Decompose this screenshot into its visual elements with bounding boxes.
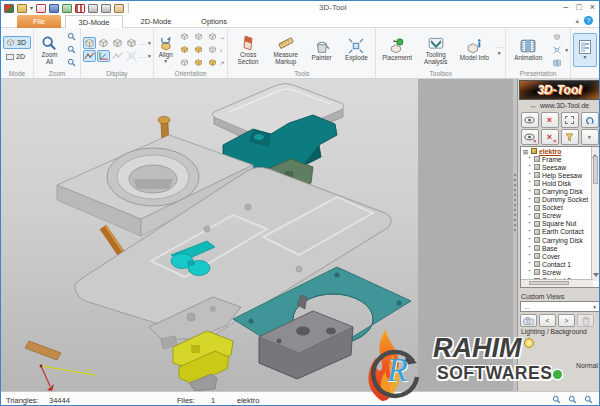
print-preview-icon[interactable]	[101, 4, 111, 13]
tree-item[interactable]: +Cover	[521, 252, 599, 260]
model-part-contact-bar[interactable]	[25, 341, 61, 360]
custom-views-dropdown[interactable]: ... ▾	[520, 301, 600, 312]
tab-2d-mode[interactable]: 2D-Mode	[127, 15, 185, 28]
tab-file[interactable]: File	[17, 15, 61, 28]
hide-part-button[interactable]: ×	[521, 129, 539, 145]
display-wireframe-button[interactable]	[125, 37, 138, 49]
mode-2d-button[interactable]: 2D	[3, 50, 31, 63]
delete-part-button[interactable]: ×	[541, 112, 559, 128]
lighting-sun-icon[interactable]	[524, 338, 534, 348]
presentation-explode-anim-button[interactable]	[550, 44, 563, 56]
tree-item[interactable]: +Frame	[521, 155, 599, 163]
tree-horizontal-scrollbar[interactable]	[521, 279, 593, 287]
presentation-dropdown-icon[interactable]: ▾	[565, 47, 568, 53]
view-top-button[interactable]	[206, 44, 219, 56]
reset-selection-button[interactable]	[581, 112, 599, 128]
select-box-button[interactable]	[561, 112, 579, 128]
print-icon[interactable]	[88, 4, 98, 13]
tree-item[interactable]: +Seesaw	[521, 163, 599, 171]
model-tree[interactable]: ⊟ elektro +Frame +Seesaw +Help Seesaw +H…	[520, 146, 600, 288]
tree-item[interactable]: +Base	[521, 244, 599, 252]
tree-item[interactable]: +Dummy Socket	[521, 196, 599, 204]
zoom-in-button[interactable]	[65, 44, 78, 56]
screenshot-icon[interactable]	[62, 4, 72, 13]
tree-item[interactable]: +Earth Contact	[521, 228, 599, 236]
tree-item[interactable]: +Hold Disk	[521, 179, 599, 187]
display-curves-button[interactable]	[83, 50, 96, 62]
align-button[interactable]: Align ▾	[156, 33, 176, 66]
panel-layout-button[interactable]: ▾	[573, 33, 597, 67]
display-hidden-line-button[interactable]	[111, 37, 124, 49]
help-button[interactable]: ?	[584, 16, 593, 25]
tree-item[interactable]: +Square Nut	[521, 220, 599, 228]
explode-button[interactable]: Explode	[339, 36, 373, 63]
tree-item[interactable]: +Screw	[521, 212, 599, 220]
toolbox-more-dropdown-icon[interactable]: ▾	[498, 50, 501, 56]
model-info-button[interactable]: Model Info	[456, 36, 494, 63]
tree-options-button[interactable]: ▾	[581, 129, 599, 145]
placement-button[interactable]: Placement	[378, 36, 416, 63]
rotate-lr-icon[interactable]: ↔	[220, 34, 226, 40]
website-link[interactable]: www.3D-Tool.de	[540, 102, 589, 109]
tree-vertical-scrollbar[interactable]	[591, 147, 599, 281]
zoom-all-button[interactable]: Zoom All	[36, 33, 63, 67]
display-shaded-button[interactable]	[83, 37, 96, 49]
mode-3d-button[interactable]: 3D	[3, 36, 31, 49]
display-axes-button[interactable]	[97, 50, 110, 62]
tree-item[interactable]: +Help Seesaw	[521, 171, 599, 179]
status-zoom-out-icon[interactable]	[568, 395, 577, 404]
display-more-dropdown-icon[interactable]: ▾	[148, 40, 151, 46]
tree-item[interactable]: +Screw	[521, 268, 599, 276]
open-dropdown-icon[interactable]: ▾	[30, 3, 33, 13]
rotate-diag-icon[interactable]: ↗	[220, 60, 225, 66]
status-zoom-window-icon[interactable]	[552, 395, 561, 404]
tree-item[interactable]: +Contact 1	[521, 260, 599, 268]
view-bottom-button[interactable]	[178, 57, 191, 69]
tree-item[interactable]: +Carrying Disk	[521, 236, 599, 244]
filter-button[interactable]	[561, 129, 579, 145]
view-left-button[interactable]	[178, 44, 191, 56]
status-zoom-in-icon[interactable]	[584, 395, 593, 404]
view-free-button[interactable]	[206, 57, 219, 69]
tree-item[interactable]: +Carrying Disk	[521, 187, 599, 195]
zoom-out-button[interactable]	[65, 57, 78, 69]
display-more2-dots[interactable]: ...	[139, 53, 147, 59]
tree-item[interactable]: +Socket	[521, 204, 599, 212]
close-file-icon[interactable]	[36, 4, 46, 13]
zoom-window-button[interactable]	[65, 31, 78, 43]
display-edges-button[interactable]	[97, 37, 110, 49]
capture-icon[interactable]	[75, 4, 85, 13]
view-front-button[interactable]	[178, 31, 191, 43]
presentation-record-button[interactable]	[550, 57, 563, 69]
display-points-button[interactable]	[125, 50, 138, 62]
close-button[interactable]: ×	[590, 2, 595, 13]
maximize-button[interactable]: □	[576, 2, 581, 13]
save-icon[interactable]	[49, 4, 59, 13]
measure-markup-button[interactable]: Measure Markup	[268, 33, 304, 67]
presentation-views-button[interactable]	[550, 31, 563, 43]
open-file-icon[interactable]	[17, 4, 27, 13]
view-iso-button[interactable]	[206, 31, 219, 43]
copy-icon[interactable]	[114, 4, 124, 13]
collapse-ribbon-icon[interactable]: ▴	[575, 17, 579, 25]
animation-button[interactable]: Animation	[508, 36, 548, 63]
rotate-ud-icon[interactable]: ↕	[220, 47, 223, 53]
show-part-button[interactable]	[521, 112, 539, 128]
painter-button[interactable]: Painter	[306, 36, 338, 63]
tab-3d-mode[interactable]: 3D-Mode	[65, 15, 123, 28]
tree-root[interactable]: ⊟ elektro	[521, 147, 599, 155]
view-dimetric-button[interactable]	[192, 57, 205, 69]
cross-section-button[interactable]: Cross Section	[230, 33, 266, 67]
minimize-button[interactable]: –	[563, 2, 568, 13]
display-more2-dropdown-icon[interactable]: ▾	[148, 53, 151, 59]
view-right-button[interactable]	[192, 44, 205, 56]
tab-options[interactable]: Options	[189, 15, 239, 28]
view-back-button[interactable]	[192, 31, 205, 43]
3d-viewport[interactable]: x	[1, 79, 418, 391]
tooling-analysis-button[interactable]: Tooling Analysis	[418, 33, 454, 67]
display-more-dots[interactable]: ...	[139, 40, 147, 46]
model-part-contact-block[interactable]	[173, 331, 233, 391]
display-annotations-button[interactable]	[111, 50, 124, 62]
delete-hidden-button[interactable]: ××	[541, 129, 559, 145]
toolbox-more-dots[interactable]: ...	[495, 43, 503, 49]
